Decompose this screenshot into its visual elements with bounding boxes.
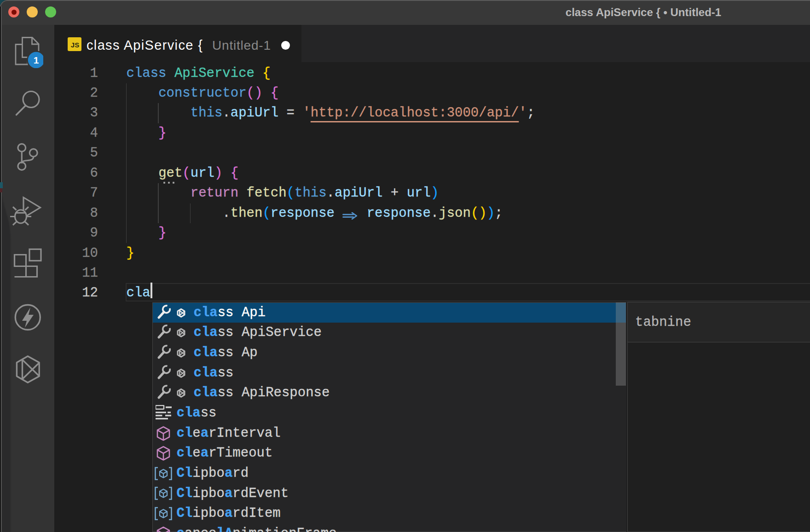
svg-text:1: 1: [34, 55, 39, 65]
